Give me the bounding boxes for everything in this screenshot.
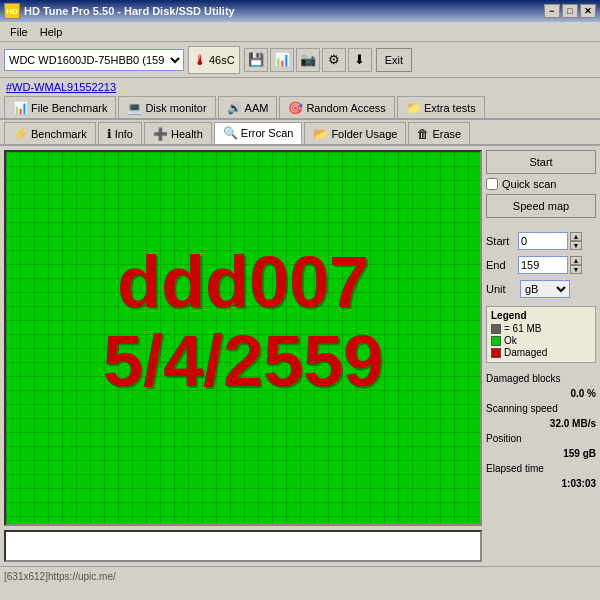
extra-tests-icon: 📁 xyxy=(406,101,421,115)
end-input[interactable] xyxy=(518,256,568,274)
damaged-blocks-label: Damaged blocks xyxy=(486,371,596,386)
camera-icon[interactable]: 📷 xyxy=(296,48,320,72)
legend-damaged: Damaged xyxy=(491,347,591,358)
tab-file-benchmark-label: File Benchmark xyxy=(31,102,107,114)
chart-icon[interactable]: 📊 xyxy=(270,48,294,72)
start-button[interactable]: Start xyxy=(486,150,596,174)
tab-disk-monitor[interactable]: 💻 Disk monitor xyxy=(118,96,215,118)
tab-info[interactable]: ℹ Info xyxy=(98,122,142,144)
menu-help[interactable]: Help xyxy=(34,24,69,40)
tab-erase[interactable]: 🗑 Erase xyxy=(408,122,470,144)
toolbar: WDC WD1600JD-75HBB0 (159 gB) 🌡 46sC 💾 📊 … xyxy=(0,42,600,78)
start-input[interactable] xyxy=(518,232,568,250)
tab-disk-monitor-label: Disk monitor xyxy=(145,102,206,114)
tab-error-scan[interactable]: 🔍 Error Scan xyxy=(214,122,303,144)
scanning-speed-value: 32.0 MB/s xyxy=(486,416,596,431)
end-up-arrow[interactable]: ▲ xyxy=(570,256,582,265)
damaged-blocks-value: 0.0 % xyxy=(486,386,596,401)
watermark-line2: 5/4/2559 xyxy=(103,322,383,401)
legend-color-damaged xyxy=(491,348,501,358)
legend-block-size: = 61 MB xyxy=(491,323,591,334)
tab-error-scan-label: Error Scan xyxy=(241,127,294,139)
disk-selector[interactable]: WDC WD1600JD-75HBB0 (159 gB) xyxy=(4,49,184,71)
bottom-bar: [631x612]https://upic.me/ xyxy=(0,566,600,586)
download-icon[interactable]: ⬇ xyxy=(348,48,372,72)
quick-scan-label: Quick scan xyxy=(502,178,556,190)
scan-grid: ddd007 5/4/2559 xyxy=(4,150,482,526)
quick-scan-checkbox[interactable] xyxy=(486,178,498,190)
tab-extra-tests-label: Extra tests xyxy=(424,102,476,114)
main-content: ddd007 5/4/2559 Start Quick scan Speed m… xyxy=(0,146,600,566)
hdd-serial[interactable]: #WD-WMAL91552213 xyxy=(0,78,600,94)
window-controls: − □ ✕ xyxy=(544,4,596,18)
tab-random-access-label: Random Access xyxy=(306,102,385,114)
tab-folder-usage[interactable]: 📂 Folder Usage xyxy=(304,122,406,144)
exit-button[interactable]: Exit xyxy=(376,48,412,72)
file-benchmark-icon: 📊 xyxy=(13,101,28,115)
end-arrows: ▲ ▼ xyxy=(570,256,582,274)
scan-area: ddd007 5/4/2559 xyxy=(4,150,482,562)
menu-file[interactable]: File xyxy=(4,24,34,40)
legend-color-ok xyxy=(491,336,501,346)
temperature-value: 46sC xyxy=(209,54,235,66)
health-icon: ➕ xyxy=(153,127,168,141)
tab-bar-row2: ⚡ Benchmark ℹ Info ➕ Health 🔍 Error Scan… xyxy=(0,120,600,146)
window-title: HD Tune Pro 5.50 - Hard Disk/SSD Utility xyxy=(24,5,544,17)
tab-aam[interactable]: 🔊 AAM xyxy=(218,96,278,118)
end-label: End xyxy=(486,259,516,271)
tab-benchmark-label: Benchmark xyxy=(31,128,87,140)
legend-box: Legend = 61 MB Ok Damaged xyxy=(486,306,596,363)
start-up-arrow[interactable]: ▲ xyxy=(570,232,582,241)
tab-random-access[interactable]: 🎯 Random Access xyxy=(279,96,394,118)
scanning-speed-label: Scanning speed xyxy=(486,401,596,416)
settings-icon[interactable]: ⚙ xyxy=(322,48,346,72)
folder-usage-icon: 📂 xyxy=(313,127,328,141)
start-spinbox-row: Start ▲ ▼ xyxy=(486,232,596,250)
elapsed-value: 1:03:03 xyxy=(486,476,596,491)
speed-map-button[interactable]: Speed map xyxy=(486,194,596,218)
unit-label: Unit xyxy=(486,283,516,295)
watermark-line1: ddd007 xyxy=(103,243,383,322)
bottom-url: [631x612]https://upic.me/ xyxy=(4,571,116,582)
titlebar: HD HD Tune Pro 5.50 - Hard Disk/SSD Util… xyxy=(0,0,600,22)
benchmark-icon: ⚡ xyxy=(13,127,28,141)
tab-file-benchmark[interactable]: 📊 File Benchmark xyxy=(4,96,116,118)
disk-monitor-icon: 💻 xyxy=(127,101,142,115)
start-arrows: ▲ ▼ xyxy=(570,232,582,250)
maximize-button[interactable]: □ xyxy=(562,4,578,18)
start-down-arrow[interactable]: ▼ xyxy=(570,241,582,250)
tab-health[interactable]: ➕ Health xyxy=(144,122,212,144)
elapsed-label: Elapsed time xyxy=(486,461,596,476)
watermark: ddd007 5/4/2559 xyxy=(103,243,383,401)
end-down-arrow[interactable]: ▼ xyxy=(570,265,582,274)
legend-block-label: = 61 MB xyxy=(504,323,542,334)
tab-bar-row1: 📊 File Benchmark 💻 Disk monitor 🔊 AAM 🎯 … xyxy=(0,94,600,120)
app-icon: HD xyxy=(4,3,20,19)
tab-benchmark[interactable]: ⚡ Benchmark xyxy=(4,122,96,144)
save-icon[interactable]: 💾 xyxy=(244,48,268,72)
end-spinbox-row: End ▲ ▼ xyxy=(486,256,596,274)
tab-info-label: Info xyxy=(115,128,133,140)
error-scan-icon: 🔍 xyxy=(223,126,238,140)
menubar: File Help xyxy=(0,22,600,42)
tab-erase-label: Erase xyxy=(432,128,461,140)
random-access-icon: 🎯 xyxy=(288,101,303,115)
stats-section: Damaged blocks 0.0 % Scanning speed 32.0… xyxy=(486,371,596,491)
info-icon: ℹ xyxy=(107,127,112,141)
legend-title: Legend xyxy=(491,310,591,321)
position-label: Position xyxy=(486,431,596,446)
legend-ok-label: Ok xyxy=(504,335,517,346)
minimize-button[interactable]: − xyxy=(544,4,560,18)
thermometer-icon: 🌡 xyxy=(193,52,207,68)
start-label: Start xyxy=(486,235,516,247)
erase-icon: 🗑 xyxy=(417,127,429,141)
progress-bar-area xyxy=(4,530,482,562)
tab-extra-tests[interactable]: 📁 Extra tests xyxy=(397,96,485,118)
legend-ok: Ok xyxy=(491,335,591,346)
close-button[interactable]: ✕ xyxy=(580,4,596,18)
legend-damaged-label: Damaged xyxy=(504,347,547,358)
temperature-display: 🌡 46sC xyxy=(188,46,240,74)
legend-color-block xyxy=(491,324,501,334)
tab-folder-usage-label: Folder Usage xyxy=(331,128,397,140)
unit-selector[interactable]: gB MBkB xyxy=(520,280,570,298)
